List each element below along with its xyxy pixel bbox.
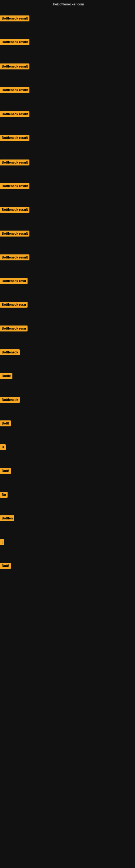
bottleneck-badge: Bottleneck resu: [0, 302, 28, 308]
bottleneck-badge: Bottleneck result: [0, 183, 30, 189]
bottleneck-badge: Bo: [0, 492, 8, 498]
bottleneck-badge: Bottleneck result: [0, 63, 30, 69]
bottleneck-badge: Bottleneck result: [0, 207, 30, 213]
bottleneck-badge: Bott!: [0, 468, 11, 474]
bottleneck-badge: Bottleneck result: [0, 87, 30, 93]
bottleneck-badge: Bottleneck resu: [0, 326, 28, 332]
bottleneck-badge: Bottleneck result: [0, 135, 30, 141]
bottleneck-badge: Bottlen: [0, 516, 14, 521]
bottleneck-badge: |: [0, 539, 4, 545]
bottleneck-badge: Bottleneck: [0, 349, 20, 355]
bottleneck-badge: Bottleneck resu: [0, 278, 28, 284]
bottleneck-badge: Bottleneck result: [0, 254, 30, 260]
bottleneck-badge: Bottle: [0, 373, 12, 379]
bottleneck-badge: Bottleneck result: [0, 39, 30, 45]
site-title: TheBottlenecker.com: [51, 2, 84, 6]
bottleneck-badge: Bottleneck result: [0, 16, 30, 22]
bottleneck-badge: Bottleneck result: [0, 159, 30, 165]
bottleneck-badge: Bottleneck: [0, 397, 20, 403]
bottleneck-badge: B: [0, 444, 6, 450]
bottleneck-badge: Bottleneck result: [0, 230, 30, 237]
bottleneck-badge: Bottleneck result: [0, 111, 30, 117]
bottleneck-badge: Bott!: [0, 563, 11, 569]
bottleneck-badge: Bott!: [0, 421, 11, 426]
